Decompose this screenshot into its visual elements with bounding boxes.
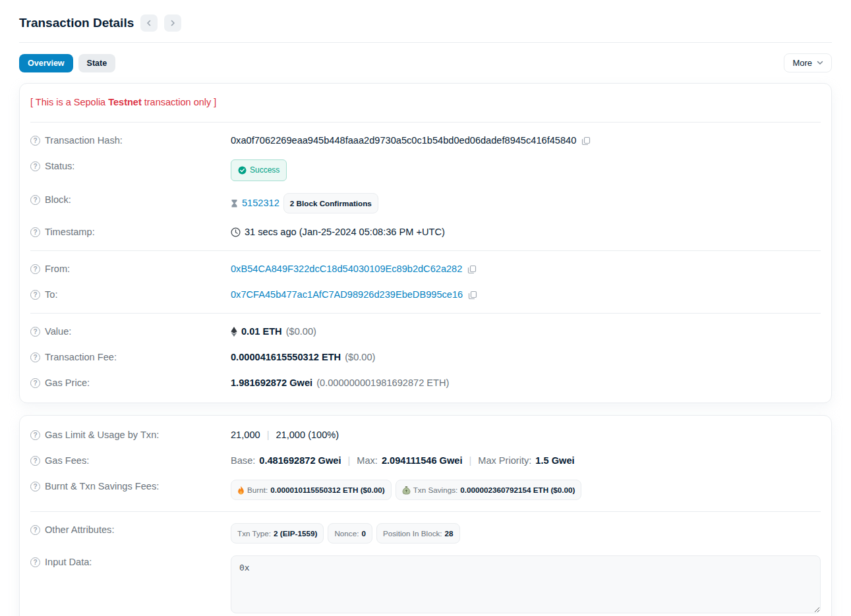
burnt-badge: Burnt: 0.000010115550312 ETH ($0.00) [231,480,392,500]
gas-priority-value: 1.5 Gwei [535,454,574,468]
row-block: ? Block: 5152312 2 Block Confirmations [30,187,821,219]
from-address-link[interactable]: 0xB54CA849F322dcC18d54030109Ec89b2dC62a2… [231,262,462,276]
help-icon: ? [30,456,40,466]
status-text: Success [250,163,279,177]
transaction-details-page: Transaction Details Overview State More … [0,0,851,616]
burnt-savings-label: ? Burnt & Txn Savings Fees: [30,480,231,493]
page-title: Transaction Details [19,16,134,30]
help-icon: ? [30,525,40,535]
details-card: ? Gas Limit & Usage by Txn: 21,000 | 21,… [19,415,832,616]
other-attributes-label: ? Other Attributes: [30,523,231,537]
tab-overview[interactable]: Overview [19,54,73,72]
gas-fees-label: ? Gas Fees: [30,454,231,468]
row-to: ? To: 0x7CFA45b477ac1AfC7AD98926d239EbeD… [30,282,821,308]
row-gas-limit: ? Gas Limit & Usage by Txn: 21,000 | 21,… [30,422,821,448]
gas-max-label: Max: [357,454,378,468]
help-icon: ? [30,227,40,237]
gas-price-label: ? Gas Price: [30,376,231,390]
copy-to-address-button[interactable] [467,291,477,300]
other-attributes-value: Txn Type: 2 (EIP-1559) Nonce: 0 Position… [231,523,821,544]
gas-fees-value: Base: 0.481692872 Gwei | Max: 2.09411154… [231,454,821,468]
transaction-hash-value: 0xa0f7062269eaa945b448faaa2d9730a5c0c1b5… [231,134,821,148]
help-icon: ? [30,290,40,300]
value-value: 0.01 ETH ($0.00) [231,325,821,339]
gas-price-value: 1.981692872 Gwei (0.000000001981692872 E… [231,376,821,390]
row-gas-price: ? Gas Price: 1.981692872 Gwei (0.0000000… [30,370,821,396]
row-divider [30,511,821,512]
block-label: ? Block: [30,193,231,207]
txn-type-label: Txn Type: [237,526,271,540]
hourglass-icon [231,199,238,208]
block-value: 5152312 2 Block Confirmations [231,193,821,213]
status-value: Success [231,159,821,181]
gas-usage: 21,000 (100%) [276,428,339,442]
row-divider [30,122,821,123]
chevron-left-icon [145,19,153,27]
gas-max-value: 2.094111546 Gwei [382,454,463,468]
help-icon: ? [30,482,40,491]
help-icon: ? [30,136,40,146]
input-data-label: ? Input Data: [30,555,231,569]
testnet-notice: [ This is a Sepolia Testnet transaction … [30,90,821,117]
to-value: 0x7CFA45b477ac1AfC7AD98926d239EbeDB995ce… [231,288,821,302]
timestamp-value: 31 secs ago (Jan-25-2024 05:08:36 PM +UT… [231,225,821,239]
help-icon: ? [30,378,40,388]
tabs-row: Overview State More [19,53,832,72]
transaction-fee-label: ? Transaction Fee: [30,350,231,364]
next-transaction-button[interactable] [164,14,181,32]
value-usd: ($0.00) [286,325,316,339]
tab-state[interactable]: State [78,54,116,72]
testnet-notice-bold: Testnet [108,97,142,107]
help-icon: ? [30,264,40,274]
transaction-fee-usd: ($0.00) [345,350,375,364]
timestamp-label: ? Timestamp: [30,225,231,239]
gas-base-label: Base: [231,454,255,468]
help-icon: ? [30,352,40,362]
txn-type-badge: Txn Type: 2 (EIP-1559) [231,523,324,544]
row-transaction-hash: ? Transaction Hash: 0xa0f7062269eaa945b4… [30,128,821,154]
input-data-value: 0x [231,555,821,613]
copy-transaction-hash-button[interactable] [580,136,591,146]
help-icon: ? [30,327,40,337]
gas-base-value: 0.481692872 Gwei [259,454,341,468]
chevron-right-icon [169,19,177,27]
tab-list: Overview State [19,54,115,72]
more-dropdown-label: More [792,58,812,68]
clock-icon [231,227,241,237]
gas-limit-label: ? Gas Limit & Usage by Txn: [30,428,231,442]
row-other-attributes: ? Other Attributes: Txn Type: 2 (EIP-155… [30,517,821,549]
nonce-label: Nonce: [334,526,359,540]
burnt-value: 0.000010115550312 ETH ($0.00) [270,483,385,497]
flame-icon [237,486,245,495]
help-icon: ? [30,195,40,205]
nonce-value: 0 [361,526,366,540]
txn-type-value: 2 (EIP-1559) [274,526,317,540]
value-amount: 0.01 ETH [241,325,282,339]
to-address-link[interactable]: 0x7CFA45b477ac1AfC7AD98926d239EbeDB995ce… [231,288,463,302]
transaction-hash-label: ? Transaction Hash: [30,134,231,148]
copy-from-address-button[interactable] [466,265,477,274]
gas-price-amount: 1.981692872 Gwei [231,376,312,390]
separator: | [264,428,272,442]
row-status: ? Status: Success [30,154,821,187]
burnt-label: Burnt: [247,483,268,497]
more-dropdown-button[interactable]: More [784,53,832,72]
row-burnt-savings: ? Burnt & Txn Savings Fees: Burnt: 0.000… [30,474,821,506]
chevron-down-icon [817,61,823,65]
row-from: ? From: 0xB54CA849F322dcC18d54030109Ec89… [30,256,821,282]
input-data-textarea[interactable]: 0x [231,555,821,613]
row-input-data: ? Input Data: 0x [30,549,821,616]
row-timestamp: ? Timestamp: 31 secs ago (Jan-25-2024 05… [30,219,821,245]
txn-savings-badge: Txn Savings: 0.000002360792154 ETH ($0.0… [396,480,582,500]
gas-price-eth: (0.000000001981692872 ETH) [316,376,449,390]
transaction-fee-amount: 0.000041615550312 ETH [231,350,341,364]
testnet-notice-pre: [ This is a Sepolia [30,97,108,107]
block-number-link[interactable]: 5152312 [242,196,279,210]
help-icon: ? [30,161,40,171]
separator: | [466,454,474,468]
position-in-block-badge: Position In Block: 28 [376,523,460,544]
status-label: ? Status: [30,159,231,173]
value-label: ? Value: [30,325,231,339]
previous-transaction-button[interactable] [140,14,158,32]
to-label: ? To: [30,288,231,302]
